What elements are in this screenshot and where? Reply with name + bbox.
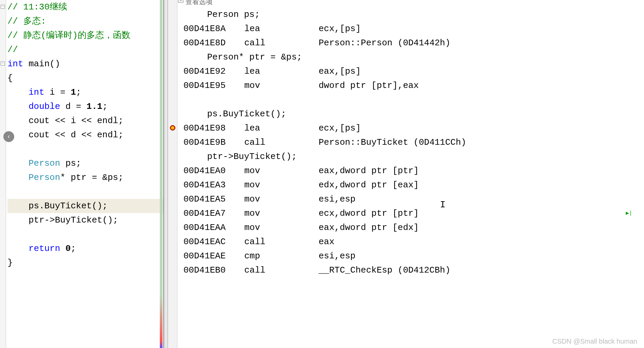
dropdown-icon[interactable]: ▾ <box>178 0 183 3</box>
fold-toggle-icon[interactable]: − <box>1 62 5 66</box>
fold-toggle-icon[interactable]: − <box>1 5 5 9</box>
opcode: call <box>244 36 319 50</box>
operand: dword ptr [ptr],eax <box>319 78 419 93</box>
address: 00D41E9B <box>183 135 244 149</box>
operand: ecx,[ps] <box>319 22 361 36</box>
operand: eax,dword ptr [ptr] <box>319 164 419 178</box>
back-arrow-button[interactable]: ‹ <box>3 131 14 142</box>
pane-divider[interactable] <box>164 0 168 348</box>
minimap-scrollbar[interactable] <box>160 0 163 348</box>
operand: esi,esp <box>319 249 355 263</box>
disasm-line[interactable]: 00D41EA5movesi,esp <box>183 192 644 206</box>
disasm-line[interactable]: Person ps; <box>183 7 644 22</box>
breakpoint-icon[interactable] <box>170 125 175 131</box>
code-area[interactable]: // 11:30继续// 多态:// 静态(编译时)的多态，函数//int ma… <box>0 0 163 270</box>
code-token: cout << i << endl; <box>28 116 123 126</box>
source-code-pane[interactable]: −− // 11:30继续// 多态:// 静态(编译时)的多态，函数//int… <box>0 0 164 348</box>
code-line[interactable]: ptr->BuyTicket(); <box>7 213 163 227</box>
disasm-line[interactable]: 00D41E8Aleaecx,[ps] <box>183 22 644 36</box>
code-line[interactable]: } <box>7 256 163 270</box>
code-token: cout << d << endl; <box>28 130 123 140</box>
disasm-line[interactable]: 00D41EA3movedx,dword ptr [eax] <box>183 178 644 192</box>
disasm-line[interactable]: 00D41E98leaecx,[ps] <box>183 121 644 135</box>
operand: ecx,dword ptr [ptr] <box>319 206 419 221</box>
code-token: d = <box>60 101 86 112</box>
code-line[interactable]: Person ps; <box>7 156 163 170</box>
code-line[interactable]: return 0; <box>7 241 163 256</box>
code-token: return <box>28 243 60 254</box>
code-token: int <box>28 87 44 97</box>
code-token: { <box>7 73 13 83</box>
opcode: lea <box>244 64 319 78</box>
address: 00D41EA5 <box>183 192 244 206</box>
opcode: cmp <box>244 249 319 263</box>
disasm-line[interactable]: 00D41EB0call__RTC_CheckEsp (0D412CBh) <box>183 263 644 277</box>
address: 00D41EAA <box>183 221 244 235</box>
code-line[interactable]: { <box>7 71 163 85</box>
code-line[interactable]: cout << i << endl; <box>7 114 163 128</box>
address: 00D41EA0 <box>183 164 244 178</box>
address: 00D41E8D <box>183 36 244 50</box>
source-line-text: ptr->BuyTicket(); <box>207 152 297 162</box>
code-line[interactable]: double d = 1.1; <box>7 99 163 114</box>
code-token: ptr->BuyTicket(); <box>28 215 118 225</box>
view-options-label[interactable]: 查看选项 <box>185 0 213 6</box>
code-line[interactable] <box>7 142 163 156</box>
address: 00D41E98 <box>183 121 244 135</box>
opcode: call <box>244 263 319 277</box>
address: 00D41EA7 <box>183 206 244 221</box>
code-token: ; <box>102 101 108 112</box>
code-token: 1 <box>71 87 76 97</box>
disasm-area[interactable]: Person ps;00D41E8Aleaecx,[ps]00D41E8Dcal… <box>168 0 644 277</box>
code-token: * ptr = &ps; <box>60 172 123 183</box>
operand: eax,dword ptr [edx] <box>319 221 419 235</box>
address: 00D41EA3 <box>183 178 244 192</box>
code-token: 0 <box>66 243 71 254</box>
operand: esi,esp <box>319 192 355 206</box>
operand: Person::BuyTicket (0D411CCh) <box>319 135 466 149</box>
address: 00D41E92 <box>183 64 244 78</box>
code-line[interactable]: // 静态(编译时)的多态，函数 <box>7 28 163 43</box>
operand: eax,[ps] <box>319 64 361 78</box>
code-token: } <box>7 258 13 268</box>
opcode: call <box>244 135 319 149</box>
code-token: ; <box>76 87 81 97</box>
disasm-line[interactable] <box>183 93 644 107</box>
code-token: main() <box>23 59 60 69</box>
opcode: mov <box>244 164 319 178</box>
operand: edx,dword ptr [eax] <box>319 178 419 192</box>
watermark: CSDN @Small black human <box>552 338 638 345</box>
opcode: mov <box>244 221 319 235</box>
disasm-line[interactable]: ps.BuyTicket(); <box>183 107 644 121</box>
code-line[interactable]: // 11:30继续 <box>7 0 163 14</box>
disassembly-pane[interactable]: ▾ 查看选项 Person ps;00D41E8Aleaecx,[ps]00D4… <box>168 0 644 348</box>
code-line[interactable] <box>7 185 163 199</box>
disasm-line[interactable]: 00D41E95movdword ptr [ptr],eax <box>183 78 644 93</box>
disasm-line[interactable]: ptr->BuyTicket(); <box>183 149 644 164</box>
run-to-cursor-icon[interactable]: ▶| <box>626 210 632 216</box>
code-line[interactable]: int i = 1; <box>7 85 163 99</box>
code-line[interactable]: // <box>7 43 163 57</box>
disasm-line[interactable]: 00D41EAEcmpesi,esp <box>183 249 644 263</box>
code-token: i = <box>44 87 71 97</box>
code-line[interactable]: // 多态: <box>7 14 163 28</box>
disasm-line[interactable]: 00D41EA7movecx,dword ptr [ptr] <box>183 206 644 221</box>
operand: ecx,[ps] <box>319 121 361 135</box>
disasm-line[interactable]: 00D41E92leaeax,[ps] <box>183 64 644 78</box>
code-line[interactable]: cout << d << endl; <box>7 128 163 142</box>
operand: __RTC_CheckEsp (0D412CBh) <box>319 263 450 277</box>
disasm-line[interactable]: 00D41E8DcallPerson::Person (0D41442h) <box>183 36 644 50</box>
code-line[interactable]: int main() <box>7 57 163 71</box>
disasm-line[interactable]: 00D41EAAmoveax,dword ptr [edx] <box>183 221 644 235</box>
disasm-line[interactable]: Person* ptr = &ps; <box>183 50 644 64</box>
disasm-line[interactable]: 00D41EACcalleax <box>183 235 644 249</box>
code-line[interactable] <box>7 227 163 241</box>
comment-text: // <box>7 45 18 55</box>
code-token: ps; <box>60 158 81 168</box>
opcode: lea <box>244 22 319 36</box>
disasm-line[interactable]: 00D41EA0moveax,dword ptr [ptr] <box>183 164 644 178</box>
code-line[interactable]: ps.BuyTicket(); <box>7 199 163 213</box>
code-line[interactable]: Person* ptr = &ps; <box>7 170 163 185</box>
code-token: int <box>7 59 23 69</box>
disasm-line[interactable]: 00D41E9BcallPerson::BuyTicket (0D411CCh) <box>183 135 644 149</box>
